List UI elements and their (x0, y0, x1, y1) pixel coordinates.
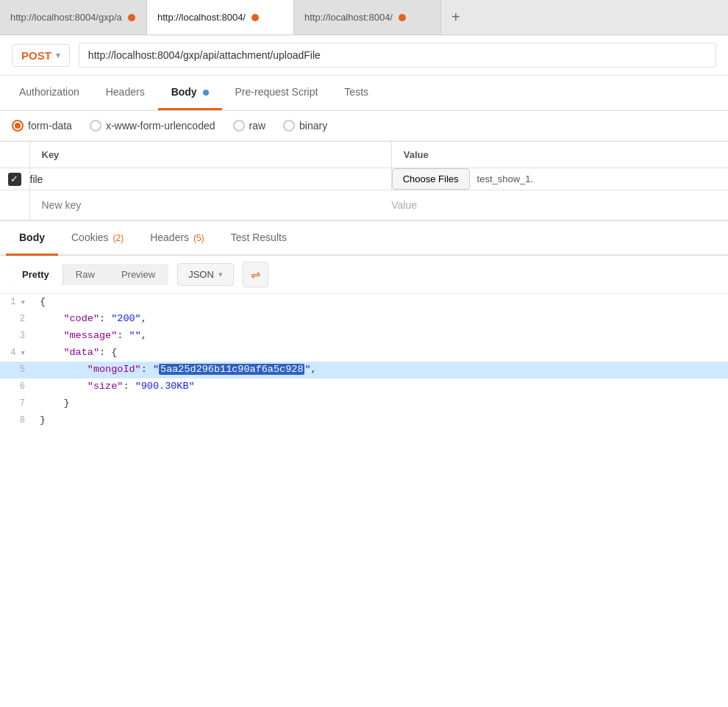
tab-body-label: Body (171, 86, 197, 98)
radio-binary-label: binary (299, 120, 327, 132)
new-row-checkbox (0, 190, 29, 220)
line-content-4: "data": { (37, 345, 728, 362)
radio-raw-circle (233, 120, 245, 132)
tab-dot-3 (399, 14, 406, 21)
new-value-cell: Value (391, 190, 728, 220)
line-content-6: "size": "900.30KB" (37, 378, 728, 395)
tab-authorization[interactable]: Authorization (6, 76, 93, 110)
json-line-7: 7 } (0, 395, 728, 412)
resp-tab-cookies[interactable]: Cookies (2) (58, 221, 137, 256)
response-format-tabs: Pretty Raw Preview (9, 264, 168, 285)
resp-tab-headers[interactable]: Headers (5) (137, 221, 217, 256)
table-row: ✓ file Choose Files test_show_1. (0, 168, 728, 190)
kv-header-checkbox-col (0, 142, 29, 168)
resp-tab-cookies-label: Cookies (71, 232, 109, 243)
radio-raw[interactable]: raw (233, 120, 266, 132)
new-key-input[interactable] (30, 190, 392, 220)
file-name-label: test_show_1. (477, 173, 534, 184)
tab-dot-1 (128, 14, 135, 21)
mongo-id-value: 5aa25d296b11c90af6a5c928 (159, 364, 304, 375)
line-content-3: "message": "", (37, 328, 728, 345)
browser-tab-2[interactable]: http://localhost:8004/ (147, 0, 294, 35)
tab-body[interactable]: Body (158, 76, 222, 110)
url-input[interactable] (79, 43, 716, 68)
json-line-4: 4 ▼ "data": { (0, 345, 728, 362)
json-line-2: 2 "code": "200", (0, 311, 728, 328)
json-line-3: 3 "message": "", (0, 328, 728, 345)
cookies-badge: (2) (113, 233, 124, 243)
tab-prerequest[interactable]: Pre-request Script (222, 76, 332, 110)
response-tabs-bar: Body Cookies (2) Headers (5) Test Result… (0, 221, 728, 256)
row-checkbox-file[interactable]: ✓ (0, 168, 29, 190)
line-content-2: "code": "200", (37, 311, 728, 328)
line-num-8: 8 (0, 413, 37, 428)
radio-form-data-label: form-data (28, 120, 72, 132)
type-chevron-icon: ▾ (218, 270, 223, 279)
resp-tab-test-results[interactable]: Test Results (218, 221, 300, 256)
table-row-new: Value (0, 190, 728, 220)
radio-raw-label: raw (249, 120, 266, 132)
resp-tab-headers-label: Headers (150, 232, 189, 243)
line-content-7: } (37, 395, 728, 412)
format-tab-raw[interactable]: Raw (63, 264, 108, 285)
body-type-row: form-data x-www-form-urlencoded raw bina… (0, 111, 728, 141)
kv-header-key: Key (29, 142, 391, 168)
line-num-4: 4 ▼ (0, 345, 37, 360)
url-bar-row: POST ▾ (0, 35, 728, 76)
wrap-button[interactable]: ⇌ (243, 262, 268, 287)
format-tab-preview[interactable]: Preview (108, 264, 168, 285)
json-line-6: 6 "size": "900.30KB" (0, 378, 728, 395)
resp-tab-body-label: Body (19, 232, 45, 243)
line-num-5: 5 (0, 362, 37, 377)
line-num-6: 6 (0, 379, 37, 394)
response-type-selector[interactable]: JSON ▾ (177, 263, 234, 286)
line-content-8: } (37, 412, 728, 429)
line-content-5: "mongoId": "5aa25d296b11c90af6a5c928", (37, 362, 728, 378)
tab-url-3: http://localhost:8004/ (304, 12, 393, 23)
browser-tab-1[interactable]: http://localhost:8004/gxp/a (0, 0, 147, 35)
wrap-icon: ⇌ (251, 268, 260, 281)
radio-urlencoded[interactable]: x-www-form-urlencoded (90, 120, 215, 132)
choose-files-button[interactable]: Choose Files (392, 168, 470, 190)
line-num-1: 1 ▼ (0, 295, 37, 309)
method-selector[interactable]: POST ▾ (12, 44, 70, 67)
json-line-5: 5 "mongoId": "5aa25d296b11c90af6a5c928", (0, 362, 728, 378)
checkbox-checked-icon: ✓ (8, 173, 21, 186)
kv-header-value: Value (391, 142, 728, 168)
line-num-3: 3 (0, 329, 37, 343)
new-tab-button[interactable]: + (441, 0, 471, 35)
json-viewer: 1 ▼ { 2 "code": "200", 3 "message": "", … (0, 294, 728, 429)
response-body-toolbar: Pretty Raw Preview JSON ▾ ⇌ (0, 256, 728, 294)
format-tab-pretty[interactable]: Pretty (9, 264, 63, 285)
radio-form-data-circle (12, 120, 24, 132)
resp-tab-body[interactable]: Body (6, 221, 58, 256)
tab-tests-label: Tests (344, 86, 368, 98)
method-chevron-icon: ▾ (56, 51, 60, 60)
browser-tabs-bar: http://localhost:8004/gxp/a http://local… (0, 0, 728, 35)
row-value-file-inner: Choose Files test_show_1. (392, 168, 728, 190)
radio-form-data[interactable]: form-data (12, 120, 72, 132)
radio-urlencoded-circle (90, 120, 101, 132)
tab-prerequest-label: Pre-request Script (235, 86, 318, 98)
tab-authorization-label: Authorization (19, 86, 79, 98)
radio-binary-circle (283, 120, 295, 132)
body-active-dot (203, 90, 209, 96)
tab-dot-2 (251, 14, 259, 21)
browser-tab-3[interactable]: http://localhost:8004/ (294, 0, 441, 35)
row-key-file: file (29, 168, 391, 190)
line-num-7: 7 (0, 396, 37, 411)
tab-tests[interactable]: Tests (331, 76, 382, 110)
new-key-cell (29, 190, 391, 220)
resp-tab-test-results-label: Test Results (231, 232, 287, 243)
line-content-1: { (37, 294, 728, 311)
row-value-file: Choose Files test_show_1. (391, 168, 728, 190)
response-type-label: JSON (188, 269, 214, 280)
headers-badge: (5) (193, 233, 204, 243)
radio-urlencoded-label: x-www-form-urlencoded (106, 120, 215, 132)
radio-binary[interactable]: binary (283, 120, 327, 132)
tab-headers[interactable]: Headers (93, 76, 158, 110)
request-tabs: Authorization Headers Body Pre-request S… (0, 76, 728, 111)
line-num-2: 2 (0, 312, 37, 326)
row-key-file-label: file (30, 173, 43, 185)
new-value-placeholder-label: Value (391, 199, 417, 211)
